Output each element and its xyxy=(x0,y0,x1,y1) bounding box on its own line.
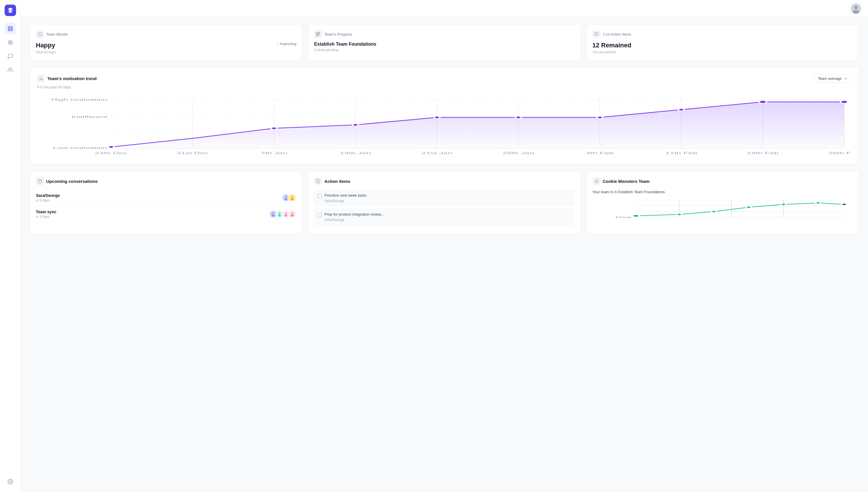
content-area: Team Morale Happy Past 60 days ↑ Improvi… xyxy=(21,17,868,492)
sidebar-item-conversations[interactable] xyxy=(5,51,16,62)
svg-text:4th Feb: 4th Feb xyxy=(586,151,614,155)
svg-text:Low motivation: Low motivation xyxy=(53,146,107,150)
action-items-card: 1:1s Action Items 12 Remained You are be… xyxy=(587,24,859,60)
svg-point-95 xyxy=(676,214,682,215)
action-items-bottom-card: Action items Prioritize next week tasks … xyxy=(308,171,580,233)
action-item-2-row: Prep for product integration resear... xyxy=(318,212,571,217)
team-progress-sub: 2 items pending xyxy=(314,48,574,52)
svg-point-53 xyxy=(840,100,848,103)
sidebar-item-goals[interactable] xyxy=(5,37,16,48)
action-items-icon xyxy=(592,30,600,38)
svg-point-7 xyxy=(8,68,10,70)
svg-point-98 xyxy=(781,203,786,205)
motivation-chart-card: Team's motivation trend Team average For… xyxy=(30,67,859,164)
action-items-value: 12 Remained xyxy=(592,42,853,49)
svg-text:Indifferent: Indifferent xyxy=(71,115,107,119)
svg-point-69 xyxy=(285,196,287,198)
svg-point-97 xyxy=(746,206,751,208)
svg-text:28th Jan: 28th Jan xyxy=(503,151,534,155)
upcoming-conversations-header: Upcoming conversations xyxy=(36,177,296,185)
svg-text:Time: Time xyxy=(614,216,631,219)
team-progress-card: Team's Progress Establish Team Foundatio… xyxy=(308,24,580,60)
team-morale-main: Happy Past 60 days ↑ Improving xyxy=(36,42,296,54)
team-progress-value: Establish Team Foundations xyxy=(314,42,574,47)
user-avatar[interactable] xyxy=(851,3,861,14)
team-morale-title: Team Morale xyxy=(46,32,68,36)
chart-icon xyxy=(37,74,45,82)
bottom-cards: Upcoming conversations Sara/George in 8 … xyxy=(30,171,859,233)
svg-text:18th Feb: 18th Feb xyxy=(747,151,779,155)
conversation-item-sara-george: Sara/George in 8 days xyxy=(36,190,296,206)
svg-text:21st Jan: 21st Jan xyxy=(422,151,452,155)
action-item-1-checkbox[interactable] xyxy=(318,194,322,198)
avatar-6 xyxy=(288,210,296,218)
team-morale-badge: ↑ Improving xyxy=(277,42,296,46)
svg-rect-21 xyxy=(316,35,317,36)
svg-point-12 xyxy=(38,32,42,36)
chart-title-row: Team's motivation trend xyxy=(37,74,97,82)
svg-text:31st Dec: 31st Dec xyxy=(176,151,209,155)
action-item-2: Prep for product integration resear... J… xyxy=(314,209,574,225)
svg-text:24th Dec: 24th Dec xyxy=(95,151,127,155)
team-progress-header: Team's Progress xyxy=(314,30,574,38)
action-item-1-assignee: Sara/George xyxy=(318,199,571,203)
sidebar xyxy=(0,0,21,492)
team-progress-icon xyxy=(314,30,322,38)
conv-time-team-sync: in 2 days xyxy=(36,215,56,219)
chart-svg: High motivation Indifferent Low motivati… xyxy=(37,94,852,157)
svg-point-94 xyxy=(633,215,639,217)
svg-point-8 xyxy=(9,481,11,483)
svg-point-47 xyxy=(352,124,358,126)
sidebar-item-team[interactable] xyxy=(5,64,16,76)
team-progress-bottom-card: Cookie Monsters Team Your team is in Est… xyxy=(587,171,859,233)
conv-time-sara-george: in 8 days xyxy=(36,198,60,202)
svg-text:High motivation: High motivation xyxy=(51,98,108,101)
conv-avatars-team-sync xyxy=(269,210,296,218)
main-content: Team Morale Happy Past 60 days ↑ Improvi… xyxy=(21,0,868,492)
svg-rect-64 xyxy=(38,180,42,183)
svg-rect-15 xyxy=(316,32,317,33)
conv-name-team-sync: Team sync xyxy=(36,210,56,214)
svg-rect-3 xyxy=(10,29,13,31)
svg-rect-17 xyxy=(319,32,320,33)
chart-filter-dropdown[interactable]: Team average xyxy=(814,74,852,83)
svg-point-50 xyxy=(597,116,603,119)
svg-point-85 xyxy=(291,215,294,217)
summary-cards: Team Morale Happy Past 60 days ↑ Improvi… xyxy=(30,24,859,60)
action-item-2-checkbox[interactable] xyxy=(318,213,322,217)
action-items-bottom-icon xyxy=(314,177,322,185)
action-items-sub: You are behind! xyxy=(592,50,853,54)
action-items-bottom-title: Action items xyxy=(324,179,350,184)
sidebar-item-settings[interactable] xyxy=(5,476,16,487)
app-logo[interactable] xyxy=(5,5,16,16)
svg-point-6 xyxy=(10,42,10,43)
team-description: Your team is in Establish Team Foundatio… xyxy=(592,190,853,194)
team-morale-header: Team Morale xyxy=(36,30,296,38)
chart-title: Team's motivation trend xyxy=(47,76,97,81)
upcoming-conversations-card: Upcoming conversations Sara/George in 8 … xyxy=(30,171,302,233)
svg-point-48 xyxy=(434,116,440,119)
chart-header: Team's motivation trend Team average xyxy=(37,74,852,83)
action-items-title: 1:1s Action Items xyxy=(603,32,631,36)
svg-point-84 xyxy=(292,213,293,214)
motivation-chart: High motivation Indifferent Low motivati… xyxy=(37,94,852,157)
svg-point-78 xyxy=(279,213,280,214)
conv-avatars-sara-george xyxy=(282,194,296,202)
team-morale-value: Happy xyxy=(36,42,56,49)
svg-rect-1 xyxy=(10,27,13,28)
action-items-bottom-header: Action items xyxy=(314,177,574,185)
upcoming-conversations-title: Upcoming conversations xyxy=(46,179,98,184)
svg-rect-0 xyxy=(8,27,10,28)
svg-marker-86 xyxy=(594,179,598,183)
sidebar-item-dashboard[interactable] xyxy=(5,23,16,34)
action-item-2-assignee: John/George xyxy=(318,218,571,222)
svg-point-46 xyxy=(271,127,277,129)
team-progress-title: Team's Progress xyxy=(324,32,352,36)
svg-point-99 xyxy=(816,202,821,204)
svg-point-73 xyxy=(291,198,294,200)
svg-text:14th Jan: 14th Jan xyxy=(340,151,371,155)
chart-subtitle: For the past 60 days xyxy=(37,85,852,89)
svg-point-76 xyxy=(272,215,275,217)
action-item-2-text: Prep for product integration resear... xyxy=(324,212,384,217)
svg-point-81 xyxy=(285,213,287,214)
